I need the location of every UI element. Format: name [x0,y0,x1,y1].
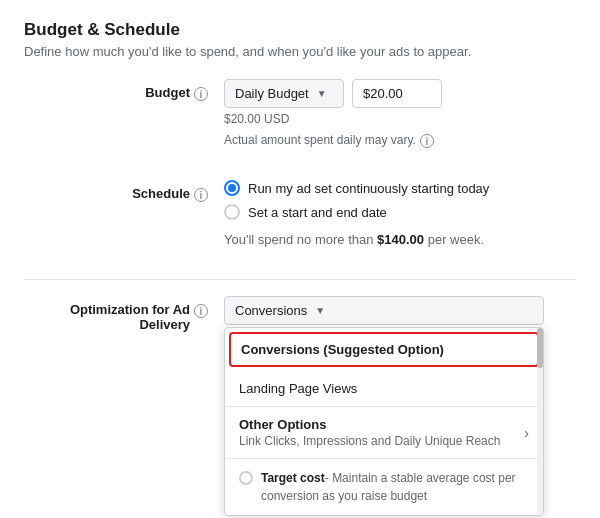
opt-menu-item-landing[interactable]: Landing Page Views [225,371,543,406]
target-cost-text: Target cost- Maintain a stable average c… [261,469,529,505]
optimization-content: Conversions ▼ Conversions (Suggested Opt… [224,296,576,516]
optimization-dropdown-menu: Conversions (Suggested Option) Landing P… [224,327,544,516]
other-options-sub: Link Clicks, Impressions and Daily Uniqu… [239,434,500,448]
schedule-option-2-label: Set a start and end date [248,205,387,220]
schedule-radio-1 [224,180,240,196]
schedule-content: Run my ad set continuously starting toda… [224,180,576,247]
spend-note: You'll spend no more than $140.00 per we… [224,232,576,247]
schedule-row: Schedule i Run my ad set continuously st… [24,180,576,263]
budget-vary-note: Actual amount spent daily may vary. i [224,132,576,148]
schedule-option-1[interactable]: Run my ad set continuously starting toda… [224,180,576,196]
optimization-dropdown-btn[interactable]: Conversions ▼ [224,296,544,325]
schedule-option-2[interactable]: Set a start and end date [224,204,576,220]
budget-amount-input[interactable] [352,79,442,108]
optimization-dropdown-label: Conversions [235,303,307,318]
schedule-option-1-label: Run my ad set continuously starting toda… [248,181,489,196]
other-options-title: Other Options [239,417,500,432]
other-options-text: Other Options Link Clicks, Impressions a… [239,417,500,448]
opt-menu-item-conversions[interactable]: Conversions (Suggested Option) [229,332,539,367]
optimization-dropdown-arrow: ▼ [315,305,325,316]
budget-dropdown-label: Daily Budget [235,86,309,101]
budget-label: Budget i [24,79,224,101]
section-header: Budget & Schedule Define how much you'd … [24,20,576,59]
budget-vary-info-icon[interactable]: i [420,134,434,148]
target-cost-row[interactable]: Target cost- Maintain a stable average c… [239,469,529,505]
optimization-info-icon[interactable]: i [194,304,208,318]
section-title: Budget & Schedule [24,20,576,40]
budget-dropdown-arrow: ▼ [317,88,327,99]
target-cost-section: Target cost- Maintain a stable average c… [225,458,543,515]
schedule-radio-group: Run my ad set continuously starting toda… [224,180,576,220]
schedule-info-icon[interactable]: i [194,188,208,202]
section-subtitle: Define how much you'd like to spend, and… [24,44,576,59]
schedule-radio-2 [224,204,240,220]
optimization-label: Optimization for Ad Delivery i [24,296,224,332]
budget-input-row: Daily Budget ▼ [224,79,576,108]
budget-content: Daily Budget ▼ $20.00 USD Actual amount … [224,79,576,148]
optimization-dropdown-wrapper: Conversions ▼ Conversions (Suggested Opt… [224,296,544,516]
budget-usd-note: $20.00 USD [224,112,576,126]
target-cost-radio [239,471,253,485]
budget-row: Budget i Daily Budget ▼ $20.00 USD Actua… [24,79,576,164]
other-options-chevron: › [524,425,529,441]
section-divider [24,279,576,280]
budget-type-dropdown[interactable]: Daily Budget ▼ [224,79,344,108]
schedule-label: Schedule i [24,180,224,202]
opt-menu-item-other[interactable]: Other Options Link Clicks, Impressions a… [225,406,543,458]
dropdown-scrollbar[interactable] [537,328,543,515]
budget-info-icon[interactable]: i [194,87,208,101]
dropdown-scrollbar-thumb [537,328,543,368]
optimization-row: Optimization for Ad Delivery i Conversio… [24,296,576,516]
